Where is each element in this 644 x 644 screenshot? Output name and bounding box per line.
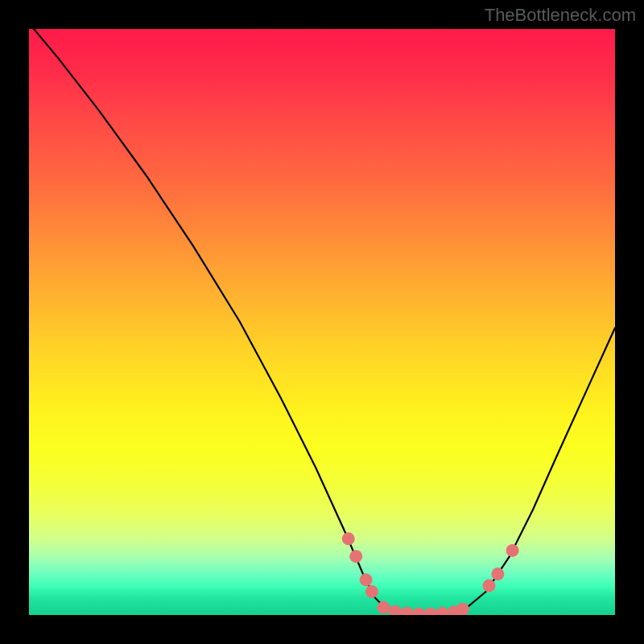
- data-point: [456, 603, 469, 615]
- data-point: [360, 573, 373, 586]
- data-point: [377, 601, 390, 614]
- data-point: [482, 580, 495, 592]
- chart-plot-area: [29, 29, 615, 615]
- data-point: [389, 605, 402, 615]
- data-point: [365, 585, 378, 598]
- data-point: [349, 550, 362, 563]
- watermark-text: TheBottleneck.com: [485, 5, 636, 26]
- curve-line: [29, 29, 615, 614]
- data-point: [412, 608, 425, 615]
- data-point: [424, 608, 437, 615]
- data-point: [491, 568, 504, 580]
- chart-svg: [29, 29, 615, 615]
- data-point: [506, 544, 519, 557]
- data-point: [342, 532, 355, 545]
- data-point: [436, 607, 448, 615]
- data-point: [401, 607, 414, 615]
- curve-data-points: [342, 532, 519, 615]
